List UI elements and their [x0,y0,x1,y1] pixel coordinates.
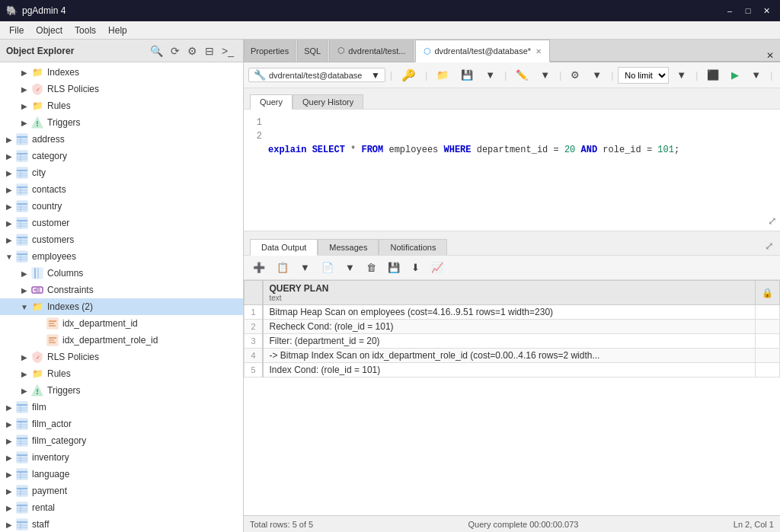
tree-arrow-payment[interactable]: ▶ [3,487,15,495]
tree-item-staff[interactable]: ▶staff [0,516,243,532]
add-row-button[interactable]: ➕ [248,260,270,276]
db-dropdown-icon[interactable]: ▼ [371,70,380,81]
tree-item-customer[interactable]: ▶customer [0,215,243,231]
tree-arrow-rental[interactable]: ▶ [3,504,15,512]
tree-item-category[interactable]: ▶category [0,148,243,164]
table-row[interactable]: 5Index Cond: (role_id = 101) [245,363,780,377]
tree-item-country[interactable]: ▶country [0,198,243,215]
edit-button[interactable]: ✏️ [511,67,532,83]
tree-arrow-contacts[interactable]: ▶ [3,186,15,194]
tree-item-indexes-top[interactable]: ▶📁Indexes [0,64,243,81]
tree-arrow-indexes-emp[interactable]: ▼ [18,303,30,311]
save-dropdown-button[interactable]: ▼ [481,67,500,83]
tab-messages[interactable]: Messages [318,239,379,255]
oe-filter-button[interactable]: ⚙ [184,43,200,59]
tree-item-language[interactable]: ▶language [0,466,243,483]
tab-close-panel[interactable]: ✕ [760,50,780,62]
tree-arrow-staff[interactable]: ▶ [3,521,15,529]
tree-item-address[interactable]: ▶address [0,131,243,148]
tree-arrow-indexes-top[interactable]: ▶ [18,68,30,77]
tree-item-triggers-emp[interactable]: ▶Triggers [0,382,243,399]
tree-arrow-city[interactable]: ▶ [3,169,15,177]
open-file-button[interactable]: 📁 [432,67,453,83]
tree-arrow-customer[interactable]: ▶ [3,219,15,228]
filter-button[interactable]: ⚙ [566,67,584,83]
tree-item-rls-top[interactable]: ▶✓RLS Policies [0,81,243,97]
stop-button[interactable]: ⬛ [702,67,724,83]
tree-item-idx_dept_role[interactable]: idx_department_role_id [0,332,243,349]
menu-item-help[interactable]: Help [102,24,133,37]
close-panel-icon[interactable]: ✕ [766,50,774,61]
tree-arrow-rls-top[interactable]: ▶ [18,85,30,94]
tree-arrow-columns[interactable]: ▶ [18,269,30,278]
tab-data-output[interactable]: Data Output [250,239,318,256]
menu-item-tools[interactable]: Tools [69,24,102,37]
tree-arrow-employees[interactable]: ▼ [3,253,15,261]
tree-arrow-triggers-top[interactable]: ▶ [18,119,30,127]
save-button[interactable]: 💾 [456,67,478,83]
oe-search-button[interactable]: 🔍 [147,43,166,59]
menu-item-file[interactable]: File [3,24,30,37]
tree-item-rls-emp[interactable]: ▶✓RLS Policies [0,349,243,365]
db-connection-selector[interactable]: 🔧 dvdrental/test@database ▼ [248,68,385,82]
tree-item-triggers-top[interactable]: ▶Triggers [0,114,243,131]
tree-item-film_category[interactable]: ▶film_category [0,432,243,449]
tree-arrow-film[interactable]: ▶ [3,403,15,412]
tree-item-city[interactable]: ▶city [0,164,243,181]
tree-item-rules-emp[interactable]: ▶📁Rules [0,365,243,382]
tree-arrow-film_actor[interactable]: ▶ [3,420,15,428]
tree-arrow-film_category[interactable]: ▶ [3,437,15,445]
tree-item-columns[interactable]: ▶Columns [0,265,243,282]
tree-arrow-inventory[interactable]: ▶ [3,454,15,462]
tab-query[interactable]: Query [250,94,292,110]
tree-arrow-customers[interactable]: ▶ [3,236,15,244]
tree-arrow-rules-emp[interactable]: ▶ [18,370,30,378]
tree-item-film[interactable]: ▶film [0,399,243,416]
tree-item-customers[interactable]: ▶customers [0,231,243,248]
limit-selector[interactable]: No limit 100 500 [618,67,669,84]
copy-button[interactable]: 📋 [272,260,293,276]
run-button[interactable]: ▶ [727,67,743,83]
tree-item-rental[interactable]: ▶rental [0,499,243,516]
tree-item-indexes-emp[interactable]: ▼📁Indexes (2) [0,298,243,315]
tree-item-film_actor[interactable]: ▶film_actor [0,416,243,432]
tab-query-history[interactable]: Query History [292,94,363,109]
menu-item-object[interactable]: Object [30,24,69,37]
delete-button[interactable]: 🗑 [362,260,381,276]
chart-button[interactable]: 📈 [427,260,448,276]
tree-item-idx_dept[interactable]: idx_department_id [0,315,243,332]
tab-dvdrental-test[interactable]: ⬡ dvdrental/test... [329,40,414,62]
close-button[interactable]: ✕ [759,3,774,18]
tab-sql[interactable]: SQL [297,40,328,62]
tree-arrow-rls-emp[interactable]: ▶ [18,353,30,362]
tree-item-payment[interactable]: ▶payment [0,483,243,499]
table-row[interactable]: 4-> Bitmap Index Scan on idx_department_… [245,349,780,363]
superuser-button[interactable]: 🔑 [397,66,420,84]
oe-terminal-button[interactable]: >_ [219,43,237,59]
editor-expand-button[interactable]: ⤢ [768,215,777,228]
tree-arrow-constraints[interactable]: ▶ [18,286,30,295]
copy-dropdown-button[interactable]: ▼ [296,260,315,276]
oe-refresh-button[interactable]: ⟳ [168,43,183,59]
explain-button[interactable]: E [777,67,780,83]
save-data-button[interactable]: 💾 [383,260,404,276]
oe-collapse-button[interactable]: ⊟ [202,43,217,59]
paste-dropdown-button[interactable]: ▼ [340,260,360,276]
maximize-button[interactable]: □ [740,3,756,18]
tree-arrow-language[interactable]: ▶ [3,470,15,479]
tree-arrow-address[interactable]: ▶ [3,135,15,144]
code-editor[interactable]: 1 2 explain SELECT * FROM employees WHER… [244,110,780,231]
tree-item-rules-top[interactable]: ▶📁Rules [0,97,243,114]
tree-arrow-country[interactable]: ▶ [3,202,15,211]
tree-item-employees[interactable]: ▼employees [0,248,243,265]
minimize-button[interactable]: – [722,3,737,18]
tab-dvdrental-database[interactable]: ⬡ dvdrental/test@database* ✕ [415,40,550,62]
table-row[interactable]: 1Bitmap Heap Scan on employees (cost=4.1… [245,305,780,320]
limit-dropdown-button[interactable]: ▼ [672,67,691,83]
tab-close-icon[interactable]: ✕ [535,47,542,56]
results-expand-button[interactable]: ⤢ [759,237,780,255]
tab-notifications[interactable]: Notifications [379,239,447,255]
filter-dropdown-button[interactable]: ▼ [587,67,606,83]
tree-arrow-triggers-emp[interactable]: ▶ [18,387,30,395]
paste-button[interactable]: 📄 [317,260,338,276]
